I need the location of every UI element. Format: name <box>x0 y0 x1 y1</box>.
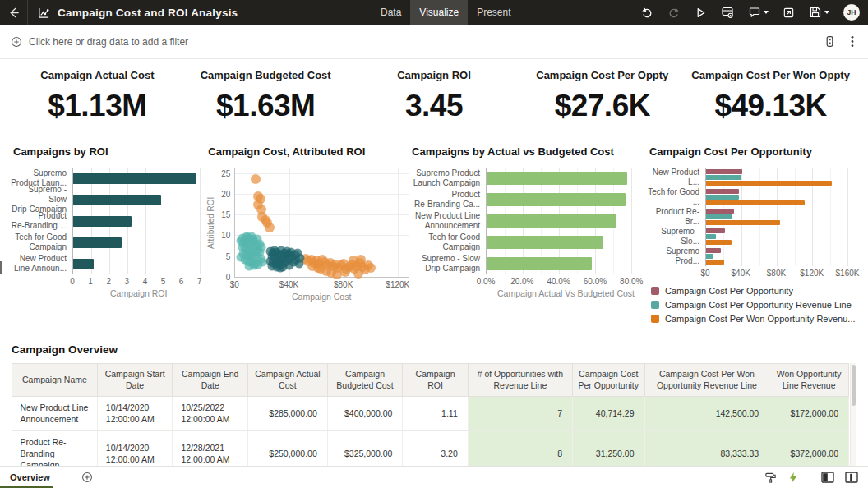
add-page-button[interactable] <box>81 472 93 483</box>
column-header[interactable]: Campaign Name <box>12 364 98 397</box>
table-cell: $372,000.00 <box>769 430 849 470</box>
bar <box>487 257 592 270</box>
table-scrollbar[interactable] <box>850 363 856 470</box>
table-cell: 10/14/2020 12:00:00 AM <box>97 430 173 470</box>
column-header[interactable]: Campaign End Date <box>173 364 248 397</box>
table-cell: 10/14/2020 12:00:00 AM <box>97 397 173 430</box>
bar <box>487 193 626 206</box>
bar-series-0 <box>706 189 739 194</box>
kpi-campaign-budgeted-cost[interactable]: Campaign Budgeted Cost $1.63M <box>182 69 350 123</box>
legend-label: Campaign Cost Per Opportunity <box>665 286 793 296</box>
header-actions: JH <box>640 4 868 21</box>
widget-actual-vs-budgeted[interactable]: Campaigns by Actual vs Budgeted Cost Sup… <box>409 145 646 298</box>
bar <box>487 214 616 228</box>
charts-row: Campaigns by ROI Supremo Product Laun...… <box>0 145 868 324</box>
scrollbar-thumb[interactable] <box>852 365 856 406</box>
table-cell: 12/28/2021 12:00:00 AM <box>173 430 248 470</box>
lightning-icon[interactable] <box>787 472 799 484</box>
column-header[interactable]: Campaign Budgeted Cost <box>327 364 403 397</box>
column-header[interactable]: Campaign ROI <box>403 364 468 397</box>
widget-cost-per-opportunity[interactable]: Campaign Cost Per Opportunity New Produc… <box>646 145 858 324</box>
column-header[interactable]: # of Opportunities with Revenue Line <box>468 364 572 397</box>
column-header[interactable]: Campaign Cost Per Won Opportunity Revenu… <box>644 364 769 397</box>
column-header[interactable]: Campaign Actual Cost <box>248 364 328 397</box>
bar <box>73 237 122 248</box>
data-point <box>236 252 245 261</box>
plot-area <box>486 168 646 274</box>
preview-button[interactable] <box>695 7 707 19</box>
dataset-icon <box>721 6 734 19</box>
gridline <box>145 168 146 274</box>
chart-canvas: Supremo Product Laun...Supremo - Slow Dr… <box>10 168 205 298</box>
bar <box>73 173 196 184</box>
table-viewport[interactable]: Campaign NameCampaign Start DateCampaign… <box>12 363 856 470</box>
bar-series-1 <box>706 214 732 219</box>
redo-button[interactable] <box>667 6 681 19</box>
layout-left-panel-icon[interactable] <box>821 472 834 483</box>
category-label: Tech for Good Campaign <box>10 232 72 253</box>
bar-series-0 <box>706 228 725 233</box>
kpi-value: $1.63M <box>182 89 350 123</box>
widget-campaigns-by-roi[interactable]: Campaigns by ROI Supremo Product Laun...… <box>10 145 205 298</box>
gridline <box>235 173 409 174</box>
x-axis-title: Campaign Cost <box>234 289 409 302</box>
column-header[interactable]: Won Opportunity Line Revenue <box>769 364 849 397</box>
filter-bar[interactable]: Click here or drag data to add a filter <box>0 25 868 59</box>
gridline <box>182 168 182 274</box>
table-cell: $325,000.00 <box>327 430 403 470</box>
legend-label: Campaign Cost Per Opportunity Revenue Li… <box>665 300 852 310</box>
column-header[interactable]: Campaign Start Date <box>97 364 173 397</box>
comment-icon <box>748 6 761 19</box>
bar-plot-wrap: New Product L...Tech for Good ...Product… <box>646 168 858 266</box>
kpi-campaign-actual-cost[interactable]: Campaign Actual Cost $1.13M <box>13 69 182 123</box>
comments-button[interactable] <box>748 6 769 19</box>
legend-swatch <box>651 315 659 323</box>
category-label: Product Re-Br... <box>646 207 705 227</box>
table-row[interactable]: New Product Line Announcement10/14/2020 … <box>12 397 849 430</box>
data-point <box>265 223 275 232</box>
category-label: New Product Line Announcement <box>409 210 486 232</box>
open-window-button[interactable] <box>783 7 795 19</box>
tab-present[interactable]: Present <box>468 0 519 25</box>
layout-center-panel-icon[interactable] <box>845 472 858 483</box>
dataset-button[interactable] <box>721 6 734 19</box>
kpi-value: $1.13M <box>13 89 182 123</box>
tab-data[interactable]: Data <box>372 0 410 25</box>
save-icon <box>809 6 822 19</box>
x-tick-label: 80.0% <box>620 277 643 286</box>
bar-series-1 <box>706 254 713 259</box>
dashboard-chart-icon <box>38 7 50 19</box>
bar <box>73 195 161 205</box>
kpi-label: Campaign Actual Cost <box>13 69 182 81</box>
y-tick-label: 5 <box>226 253 231 261</box>
table-row[interactable]: Product Re-Branding Campaign10/14/2020 1… <box>12 430 849 470</box>
kpi-campaign-roi[interactable]: Campaign ROI 3.45 <box>350 69 519 123</box>
tab-overview[interactable]: Overview <box>0 467 67 488</box>
app-root: Campaign Cost and ROI Analysis Data Visu… <box>0 0 868 488</box>
tab-overview-label: Overview <box>10 472 50 482</box>
chart-title: Campaigns by Actual vs Budgeted Cost <box>412 145 646 158</box>
column-header[interactable]: Campaign Cost Per Opportunity <box>573 364 645 397</box>
y-axis-title: Attributed ROI <box>205 168 216 278</box>
conditional-formatting-icon[interactable] <box>824 35 836 48</box>
widget-cost-attributed-roi[interactable]: Campaign Cost, Attributed ROI Attributed… <box>205 145 409 302</box>
user-avatar[interactable]: JH <box>843 4 860 21</box>
category-label: Supremo Prod... <box>646 246 705 266</box>
paint-roller-icon[interactable] <box>764 472 777 484</box>
save-button[interactable] <box>809 6 829 19</box>
tab-visualize[interactable]: Visualize <box>410 0 468 25</box>
undo-button[interactable] <box>640 6 653 19</box>
data-point <box>296 253 305 262</box>
back-button[interactable] <box>0 0 28 25</box>
x-tick-label: 0.0% <box>477 277 496 286</box>
table-cell: 8 <box>468 430 572 470</box>
x-tick-label: 20.0% <box>510 277 533 286</box>
legend-item: Campaign Cost Per Opportunity <box>651 286 858 296</box>
kpi-cost-per-won-oppty[interactable]: Campaign Cost Per Won Oppty $49.13K <box>686 69 855 123</box>
kpi-cost-per-oppty[interactable]: Campaign Cost Per Oppty $27.6K <box>518 69 686 123</box>
kebab-menu-icon[interactable] <box>851 35 854 48</box>
table-cell: 83,333.33 <box>644 430 769 470</box>
redo-icon <box>667 6 681 19</box>
data-point <box>251 174 261 184</box>
kpi-label: Campaign Cost Per Oppty <box>518 69 686 81</box>
